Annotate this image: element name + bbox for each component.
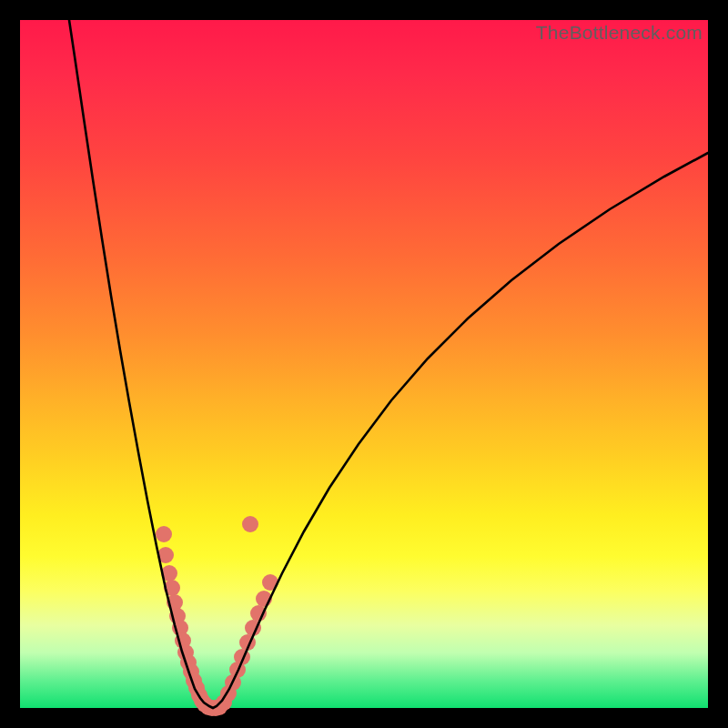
watermark-label: TheBottleneck.com [536,22,703,44]
marker-dots-group [156,516,278,716]
curve-layer [20,20,708,708]
chart-frame: TheBottleneck.com [20,20,708,708]
marker-dot [156,526,172,542]
curve-right-branch [213,153,708,708]
curve-left-branch [69,20,213,708]
marker-dot [242,516,258,532]
